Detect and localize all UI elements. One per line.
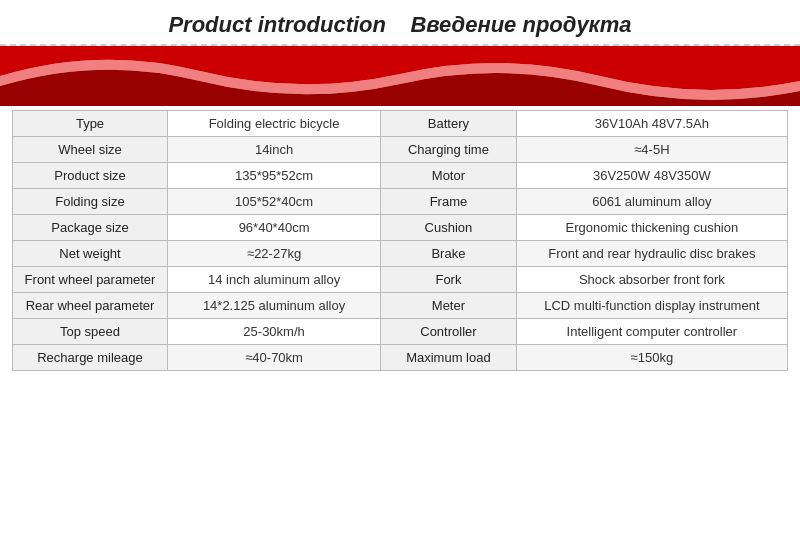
table-row: Top speed25-30km/hControllerIntelligent … [13,319,788,345]
spec-label-right: Meter [381,293,517,319]
spec-value-right: Front and rear hydraulic disc brakes [516,241,787,267]
spec-label-right: Cushion [381,215,517,241]
table-row: Package size96*40*40cmCushionErgonomic t… [13,215,788,241]
spec-value-right: Intelligent computer controller [516,319,787,345]
table-row: Product size135*95*52cmMotor36V250W 48V3… [13,163,788,189]
spec-label-right: Battery [381,111,517,137]
table-row: Recharge mileage≈40-70kmMaximum load≈150… [13,345,788,371]
spec-value-right: ≈150kg [516,345,787,371]
spec-label-left: Rear wheel parameter [13,293,168,319]
specs-table: TypeFolding electric bicycleBattery36V10… [12,110,788,371]
spec-label-left: Type [13,111,168,137]
table-row: Folding size105*52*40cmFrame6061 aluminu… [13,189,788,215]
spec-label-right: Motor [381,163,517,189]
spec-value-left: 96*40*40cm [168,215,381,241]
spec-value-right: ≈4-5H [516,137,787,163]
spec-value-left: 14inch [168,137,381,163]
spec-label-right: Maximum load [381,345,517,371]
table-row: Rear wheel parameter14*2.125 aluminum al… [13,293,788,319]
spec-value-left: Folding electric bicycle [168,111,381,137]
spec-value-left: 135*95*52cm [168,163,381,189]
spec-label-left: Folding size [13,189,168,215]
spec-value-left: ≈22-27kg [168,241,381,267]
spec-label-right: Brake [381,241,517,267]
specs-table-container: TypeFolding electric bicycleBattery36V10… [0,106,800,379]
spec-value-right: 6061 aluminum alloy [516,189,787,215]
wave-banner [0,46,800,106]
spec-value-right: Ergonomic thickening cushion [516,215,787,241]
spec-value-left: 25-30km/h [168,319,381,345]
page-title: Product introduction [168,12,386,37]
page-title-ru: Введение продукта [410,12,631,37]
spec-value-left: 105*52*40cm [168,189,381,215]
spec-label-left: Front wheel parameter [13,267,168,293]
spec-value-left: ≈40-70km [168,345,381,371]
table-row: Front wheel parameter14 inch aluminum al… [13,267,788,293]
spec-value-right: 36V10Ah 48V7.5Ah [516,111,787,137]
header: Product introduction Введение продукта [0,0,800,46]
spec-label-right: Charging time [381,137,517,163]
table-row: Net weight≈22-27kgBrakeFront and rear hy… [13,241,788,267]
spec-label-left: Recharge mileage [13,345,168,371]
spec-label-right: Controller [381,319,517,345]
spec-value-right: LCD multi-function display instrument [516,293,787,319]
table-row: Wheel size14inchCharging time≈4-5H [13,137,788,163]
spec-value-right: 36V250W 48V350W [516,163,787,189]
spec-label-left: Wheel size [13,137,168,163]
spec-label-left: Package size [13,215,168,241]
spec-value-right: Shock absorber front fork [516,267,787,293]
spec-value-left: 14 inch aluminum alloy [168,267,381,293]
spec-label-right: Fork [381,267,517,293]
spec-label-left: Top speed [13,319,168,345]
spec-label-right: Frame [381,189,517,215]
spec-label-left: Net weight [13,241,168,267]
spec-value-left: 14*2.125 aluminum alloy [168,293,381,319]
table-row: TypeFolding electric bicycleBattery36V10… [13,111,788,137]
spec-label-left: Product size [13,163,168,189]
